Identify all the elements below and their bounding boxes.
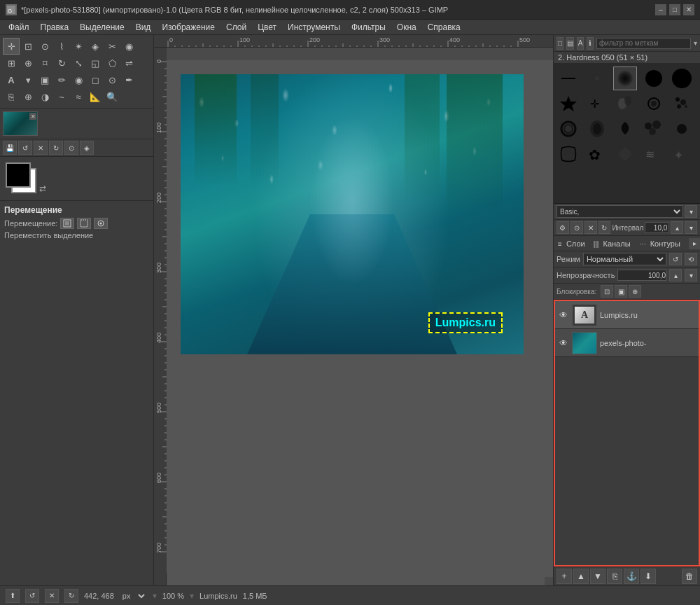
measure-icon[interactable]: 📐 [87,88,104,105]
move-layer-btn[interactable] [60,218,74,229]
brush-preset-select[interactable]: Basic, [556,205,683,218]
brush-cell-17[interactable] [613,142,637,166]
brush-cell-13[interactable] [642,117,666,141]
brush-new-icon[interactable]: □ [556,37,564,50]
restore-tool-icon[interactable]: ↺ [18,141,32,155]
status-undo-icon[interactable]: ↺ [25,589,39,603]
menu-file[interactable]: Файл [3,21,35,34]
layer-visibility-lumpics[interactable]: 👁 [558,310,569,321]
interval-up-icon[interactable]: ▴ [671,221,683,234]
minimize-button[interactable]: – [655,4,666,15]
brush-cell-6[interactable]: ✛ [585,92,609,116]
brush-setting-4-icon[interactable]: ↻ [598,221,611,234]
brush-cell-10[interactable] [556,117,580,141]
paintbrush-icon[interactable]: ◉ [70,71,87,88]
layer-item-photo[interactable]: 👁 pexels-photo- [555,329,699,357]
layer-item-lumpics[interactable]: 👁 Lumpics.ru [555,301,699,329]
zoom-icon[interactable]: 🔍 [104,88,120,105]
canvas-close-button[interactable]: ✕ [29,113,36,120]
fuzzy-select-icon[interactable]: ✴ [70,38,87,55]
lock-position-icon[interactable]: ⊕ [629,285,641,298]
layer-mode-reset-icon[interactable]: ↺ [669,253,682,265]
brush-cell-5[interactable] [556,92,580,116]
scissors-icon[interactable]: ✂ [104,38,120,55]
move-tool-icon[interactable]: ✛ [3,38,20,55]
flip-icon[interactable]: ⇌ [120,55,137,71]
text-icon[interactable]: A [3,71,20,88]
brush-cell-1[interactable] [585,67,609,90]
menu-select[interactable]: Выделение [74,21,130,34]
brush-cell-11[interactable] [585,117,609,141]
brush-list-icon[interactable]: ▤ [566,37,574,50]
menu-filters[interactable]: Фильтры [346,21,391,34]
heal-icon[interactable]: ⊕ [20,88,36,105]
delete-tool-preset-icon[interactable]: ✕ [34,141,48,155]
move-path-btn[interactable] [94,218,108,229]
status-clear-icon[interactable]: ✕ [45,589,59,603]
menu-windows[interactable]: Окна [391,21,422,34]
opacity-down-icon[interactable]: ▾ [685,269,697,281]
brush-cell-2[interactable] [613,67,637,90]
brush-cell-4[interactable] [670,67,694,90]
brush-tag-icon[interactable]: A [577,37,584,50]
menu-color[interactable]: Цвет [252,21,282,34]
canvas-container[interactable]: Lumpics.ru [167,60,553,585]
align-icon[interactable]: ⊞ [3,55,20,71]
menu-help[interactable]: Справка [422,21,466,34]
layer-mode-select[interactable]: Нормальный [583,253,666,265]
brush-cell-19[interactable]: ✦ [670,142,694,166]
new-layer-button[interactable]: + [556,569,572,584]
maximize-button[interactable]: □ [669,4,680,15]
lock-pixels-icon[interactable]: ⊡ [601,285,613,298]
merge-layer-button[interactable]: ⬇ [640,569,656,584]
opacity-input[interactable]: 100,0 [617,270,666,281]
brush-setting-3-icon[interactable]: ✕ [584,221,597,234]
status-redo-icon[interactable]: ↻ [64,589,78,603]
lock-alpha-icon[interactable]: ▣ [615,285,627,298]
canvas-thumbnail[interactable]: ✕ [3,111,38,136]
layer-mode-history-icon[interactable]: ⟲ [685,253,697,265]
foreground-select-icon[interactable]: ◉ [120,38,137,55]
interval-down-icon[interactable]: ▾ [685,221,697,234]
perspective-icon[interactable]: ⬠ [104,55,120,71]
shear-icon[interactable]: ◱ [87,55,104,71]
tab-layers[interactable]: ≡ Слои [554,238,589,249]
smudge-icon[interactable]: ~ [53,88,70,105]
interval-input[interactable]: 10,0 [645,222,669,233]
brush-preset-new-icon[interactable]: ▾ [685,205,697,218]
blur-sharpen-icon[interactable]: ≈ [70,88,87,105]
airbrush-icon[interactable]: ⊙ [104,71,120,88]
clone-icon[interactable]: ⎘ [3,88,20,105]
lower-layer-button[interactable]: ▼ [590,569,606,584]
menu-image[interactable]: Изображение [156,21,220,34]
brush-cell-18[interactable]: ≋ [642,142,666,166]
move-icon[interactable]: ⊕ [20,55,36,71]
opacity-up-icon[interactable]: ▴ [669,269,682,281]
save-tool-preset-icon[interactable]: 💾 [3,141,17,155]
duplicate-layer-button[interactable]: ⎘ [607,569,622,584]
tool-options-icon[interactable]: ⊙ [64,141,78,155]
tab-paths[interactable]: ⋯ Контуры [635,238,685,249]
free-select-icon[interactable]: ⌇ [53,38,70,55]
panel-menu-button[interactable]: ▸ [689,238,700,249]
move-selection-btn[interactable] [77,218,91,229]
eraser-icon[interactable]: ◻ [87,71,104,88]
menu-edit[interactable]: Правка [35,21,75,34]
close-button[interactable]: ✕ [683,4,694,15]
brush-setting-2-icon[interactable]: ⊙ [570,221,583,234]
delete-layer-button[interactable]: 🗑 [682,569,697,584]
raise-layer-button[interactable]: ▲ [573,569,589,584]
menu-tools[interactable]: Инструменты [282,21,346,34]
bucket-fill-icon[interactable]: ▾ [20,71,36,88]
tab-channels[interactable]: ||| Каналы [589,238,635,249]
image-canvas[interactable]: Lumpics.ru [181,74,524,354]
color-select-icon[interactable]: ◈ [87,38,104,55]
tag-filter-input[interactable] [596,38,691,49]
brush-cell-16[interactable]: ✿ [585,142,609,166]
brush-info-icon[interactable]: ℹ [587,37,594,50]
rotate-icon[interactable]: ↻ [53,55,70,71]
brush-cell-9[interactable] [670,92,694,116]
layer-visibility-photo[interactable]: 👁 [558,338,569,349]
unit-select[interactable]: px mm in [120,591,147,601]
color-reset-icon[interactable]: ⇄ [39,183,46,193]
